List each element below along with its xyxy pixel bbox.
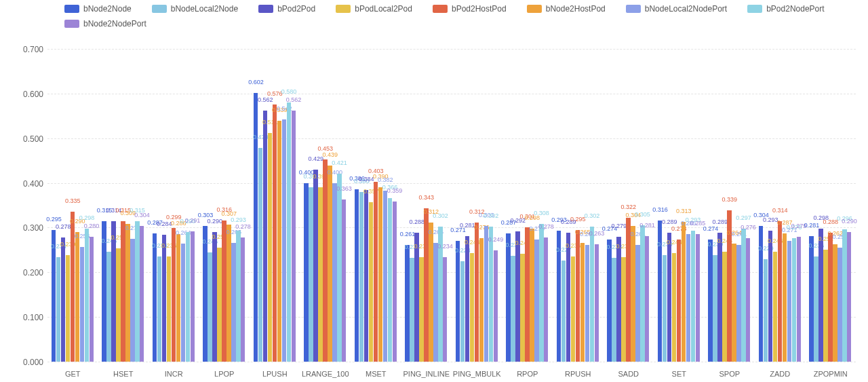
bar[interactable]	[828, 233, 832, 362]
legend-item[interactable]: bPod2NodePort	[747, 4, 824, 14]
bar[interactable]	[713, 255, 717, 362]
bar[interactable]	[429, 223, 433, 362]
bar[interactable]	[191, 231, 195, 362]
bar[interactable]	[494, 250, 498, 362]
bar[interactable]	[809, 236, 813, 362]
bar[interactable]	[337, 174, 341, 362]
bar[interactable]	[66, 255, 70, 362]
bar[interactable]	[479, 238, 484, 362]
bar[interactable]	[465, 236, 469, 362]
bar[interactable]	[722, 252, 726, 362]
bar[interactable]	[787, 241, 791, 362]
bar[interactable]	[456, 241, 460, 362]
bar[interactable]	[135, 221, 139, 362]
bar[interactable]	[332, 183, 336, 362]
bar[interactable]	[746, 238, 750, 362]
bar[interactable]	[530, 229, 534, 362]
bar[interactable]	[691, 231, 695, 362]
bar[interactable]	[111, 221, 115, 362]
bar[interactable]	[792, 238, 796, 362]
bar[interactable]	[626, 218, 630, 362]
bar[interactable]	[561, 261, 566, 362]
bar[interactable]	[318, 187, 322, 362]
bar[interactable]	[736, 245, 741, 362]
bar[interactable]	[383, 191, 387, 362]
bar[interactable]	[595, 244, 599, 362]
bar[interactable]	[116, 248, 120, 362]
legend-item[interactable]: bNode2Node	[64, 4, 132, 14]
legend-item[interactable]: bPod2HostPod	[433, 4, 507, 14]
bar[interactable]	[287, 102, 291, 362]
bar[interactable]	[212, 232, 216, 362]
legend-item[interactable]: bNodeLocal2NodePort	[626, 4, 727, 14]
bar[interactable]	[56, 257, 60, 362]
bar[interactable]	[717, 233, 722, 362]
bar[interactable]	[708, 240, 712, 362]
bar[interactable]	[580, 243, 585, 362]
bar[interactable]	[369, 202, 373, 362]
bar[interactable]	[263, 111, 267, 362]
bar[interactable]	[414, 233, 418, 362]
bar[interactable]	[75, 232, 79, 362]
bar[interactable]	[106, 252, 111, 362]
bar[interactable]	[682, 222, 686, 362]
bar[interactable]	[176, 234, 180, 362]
bar[interactable]	[277, 121, 281, 362]
bar[interactable]	[571, 256, 575, 362]
bar[interactable]	[268, 133, 272, 362]
bar[interactable]	[460, 261, 465, 362]
legend-item[interactable]: bNode2HostPod	[527, 4, 606, 14]
legend-item[interactable]: bPodLocal2Pod	[336, 4, 412, 14]
bar[interactable]	[797, 237, 801, 362]
bar[interactable]	[313, 170, 317, 362]
bar[interactable]	[222, 221, 226, 362]
bar[interactable]	[359, 192, 363, 362]
bar[interactable]	[419, 257, 423, 362]
bar[interactable]	[539, 224, 543, 362]
bar[interactable]	[607, 240, 611, 362]
bar[interactable]	[506, 233, 510, 362]
bar[interactable]	[814, 256, 818, 362]
bar[interactable]	[823, 250, 827, 362]
bar[interactable]	[410, 258, 414, 362]
bar[interactable]	[153, 233, 157, 362]
bar[interactable]	[544, 237, 548, 362]
bar[interactable]	[258, 148, 262, 362]
bar[interactable]	[818, 229, 823, 362]
bar[interactable]	[842, 229, 846, 362]
bar[interactable]	[80, 247, 84, 362]
bar[interactable]	[121, 221, 125, 362]
bar[interactable]	[241, 237, 245, 362]
bar[interactable]	[140, 226, 144, 362]
bar[interactable]	[847, 232, 851, 362]
bar[interactable]	[621, 257, 625, 362]
bar[interactable]	[157, 256, 161, 362]
bar[interactable]	[273, 104, 277, 362]
legend-item[interactable]: bPod2Pod	[258, 4, 315, 14]
bar[interactable]	[374, 182, 378, 362]
bar[interactable]	[364, 190, 368, 362]
bar[interactable]	[612, 258, 616, 362]
bar[interactable]	[783, 233, 787, 362]
bar[interactable]	[443, 257, 447, 362]
bar[interactable]	[616, 237, 620, 362]
bar[interactable]	[236, 231, 240, 362]
bar[interactable]	[388, 198, 392, 362]
bar[interactable]	[208, 252, 212, 362]
bar[interactable]	[85, 229, 89, 362]
bar[interactable]	[677, 240, 681, 362]
bar[interactable]	[130, 239, 134, 362]
bar[interactable]	[186, 232, 190, 362]
bar[interactable]	[778, 221, 782, 362]
bar[interactable]	[304, 183, 308, 362]
bar[interactable]	[566, 233, 570, 362]
bar[interactable]	[90, 237, 94, 362]
bar[interactable]	[378, 187, 382, 362]
bar[interactable]	[768, 231, 772, 362]
bar[interactable]	[520, 254, 524, 362]
bar[interactable]	[172, 228, 176, 362]
bar[interactable]	[61, 237, 65, 362]
bar[interactable]	[667, 233, 671, 362]
bar[interactable]	[732, 244, 736, 362]
bar[interactable]	[292, 111, 296, 362]
